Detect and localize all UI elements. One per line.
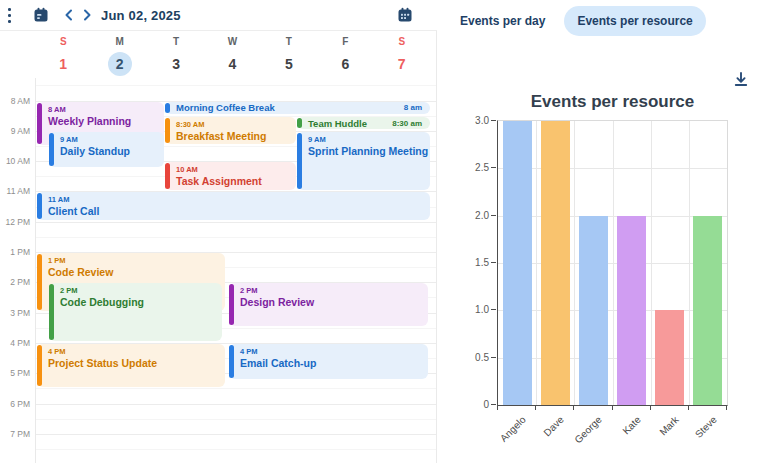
half-hour-gridline (36, 85, 436, 86)
time-gutter-label: 10 AM (0, 156, 30, 166)
hour-gridline (36, 434, 436, 435)
chevron-left-icon[interactable] (62, 8, 76, 26)
x-tick-mark (573, 405, 574, 410)
day-cell-7[interactable]: S7 (374, 31, 430, 77)
y-tick-label: 3.0 (455, 115, 489, 126)
event-title: Task Assignment (176, 175, 290, 188)
chart-bar-george[interactable] (579, 216, 608, 405)
chart-bar-mark[interactable] (655, 310, 684, 405)
event-block[interactable]: 9 AMDaily Standup (49, 132, 164, 167)
x-category-label: Steve (693, 414, 719, 440)
time-gutter-label: 9 AM (0, 126, 30, 136)
day-cell-3[interactable]: T3 (148, 31, 204, 77)
event-block[interactable]: 11 AMClient Call (37, 192, 430, 220)
tab-events-per-resource[interactable]: Events per resource (564, 6, 705, 36)
vertical-gridline (689, 121, 690, 405)
event-color-bar (165, 103, 170, 114)
day-number: 7 (390, 52, 414, 76)
y-tick-label: 0.5 (455, 352, 489, 363)
event-time: 9 AM (308, 135, 424, 144)
event-title: Code Debugging (60, 296, 216, 309)
y-tick-label: 1.0 (455, 304, 489, 315)
event-title: Code Review (48, 266, 219, 279)
day-number: 4 (220, 52, 244, 76)
day-cell-6[interactable]: F6 (317, 31, 373, 77)
time-gutter-border (35, 78, 36, 463)
event-time: 2 PM (240, 286, 422, 295)
event-time: 9 AM (60, 135, 158, 144)
event-block[interactable]: 10 AMTask Assignment (165, 162, 296, 190)
day-cell-5[interactable]: T5 (261, 31, 317, 77)
day-letter: F (342, 36, 348, 48)
time-gutter-label: 11 AM (0, 186, 30, 196)
chart-panel: Events per day Events per resource Event… (437, 0, 768, 463)
chart-bar-angelo[interactable] (503, 121, 532, 405)
time-gutter-label: 8 AM (0, 96, 30, 106)
time-gutter-label: 7 PM (0, 429, 30, 439)
event-color-bar (37, 103, 42, 144)
event-block[interactable]: Morning Coffee Break8 am (165, 102, 430, 115)
time-gutter-label: 5 PM (0, 368, 30, 378)
time-gutter-label: 4 PM (0, 338, 30, 348)
event-time: 1 PM (48, 256, 219, 265)
event-block[interactable]: 2 PMCode Debugging (49, 283, 222, 341)
x-tick-mark (688, 405, 689, 410)
hour-gridline (36, 404, 436, 405)
day-letter: S (398, 36, 405, 48)
vertical-gridline (536, 121, 537, 405)
event-time: 8 AM (48, 105, 158, 114)
x-tick-mark (726, 405, 727, 410)
y-tick-label: 2.0 (455, 210, 489, 221)
event-time: 8 am (404, 103, 422, 112)
event-title: Daily Standup (60, 145, 158, 158)
event-color-bar (297, 118, 302, 129)
kebab-menu-icon[interactable] (8, 8, 12, 23)
time-gutter-label: 1 PM (0, 247, 30, 257)
event-color-bar (229, 284, 234, 325)
calendar-toolbar: Jun 02, 2025 (0, 0, 437, 31)
calendar-day-icon[interactable] (33, 7, 49, 27)
event-title: Design Review (240, 296, 422, 309)
chart-bar-kate[interactable] (617, 216, 646, 405)
day-cell-2[interactable]: M2 (91, 31, 147, 77)
y-tick-label: 0 (455, 399, 489, 410)
event-time: 8:30 am (392, 119, 422, 128)
time-gutter-label: 6 PM (0, 399, 30, 409)
day-number: 1 (51, 52, 75, 76)
half-hour-gridline (36, 388, 436, 389)
chevron-right-icon[interactable] (80, 8, 94, 26)
x-category-label: George (573, 414, 604, 445)
chart-bar-dave[interactable] (541, 121, 570, 405)
tab-events-per-day[interactable]: Events per day (447, 6, 558, 36)
time-gutter-label: 12 PM (0, 217, 30, 227)
x-category-label: Dave (542, 414, 566, 438)
calendar-month-icon[interactable] (397, 7, 413, 27)
event-block[interactable]: 8:30 AMBreakfast Meeting (165, 117, 296, 145)
x-category-label: Angelo (498, 414, 528, 444)
event-block[interactable]: 4 PMProject Status Update (37, 344, 225, 387)
event-title: Client Call (48, 205, 424, 218)
event-color-bar (37, 193, 42, 219)
chart-bar-steve[interactable] (693, 216, 722, 405)
day-cell-4[interactable]: W4 (204, 31, 260, 77)
x-category-label: Mark (657, 414, 681, 438)
event-time: 8:30 AM (176, 120, 290, 129)
event-block[interactable]: 4 PMEmail Catch-up (229, 344, 428, 379)
event-block[interactable]: 9 AMSprint Planning Meeting (297, 132, 430, 190)
event-title: Project Status Update (48, 357, 219, 370)
event-time: 10 AM (176, 165, 290, 174)
event-color-bar (37, 254, 42, 310)
event-block[interactable]: 2 PMDesign Review (229, 283, 428, 326)
x-tick-mark (535, 405, 536, 410)
event-block[interactable]: Team Huddle8:30 am (297, 117, 430, 130)
day-cell-1[interactable]: S1 (35, 31, 91, 77)
day-number: 3 (164, 52, 188, 76)
event-color-bar (165, 118, 170, 144)
half-hour-gridline (36, 449, 436, 450)
day-letter: S (60, 36, 67, 48)
day-letter: W (228, 36, 237, 48)
day-letter: T (173, 36, 179, 48)
chart-title: Events per resource (497, 92, 728, 112)
download-icon[interactable] (732, 70, 750, 88)
day-number: 2 (108, 52, 132, 76)
